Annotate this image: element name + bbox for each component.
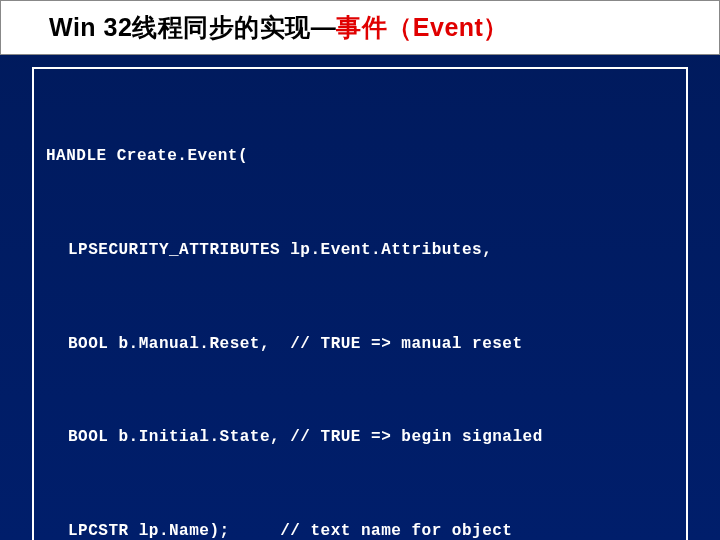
code-line-1: HANDLE Create.Event( (46, 141, 674, 172)
code-line-2: LPSECURITY_ATTRIBUTES lp.Event.Attribute… (46, 235, 674, 266)
code-line-4: BOOL b.Initial.State, // TRUE => begin s… (46, 422, 674, 453)
title-highlight: 事件（Event） (336, 13, 509, 41)
code-line-3: BOOL b.Manual.Reset, // TRUE => manual r… (46, 329, 674, 360)
title-prefix: Win 32线程同步的实现— (49, 13, 336, 41)
slide-title: Win 32线程同步的实现—事件（Event） (49, 13, 509, 41)
code-line-5: LPCSTR lp.Name); // text name for object (46, 516, 674, 540)
title-bar: Win 32线程同步的实现—事件（Event） (0, 0, 720, 55)
slide: Win 32线程同步的实现—事件（Event） HANDLE Create.Ev… (0, 0, 720, 540)
code-block: HANDLE Create.Event( LPSECURITY_ATTRIBUT… (32, 67, 688, 540)
